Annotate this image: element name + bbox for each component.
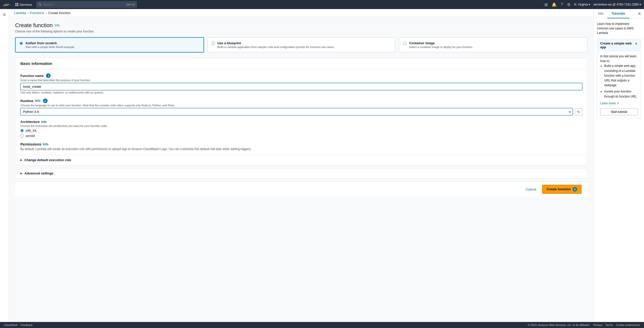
page-info-badge[interactable]: Info bbox=[55, 24, 60, 27]
tutorial-expand-button[interactable]: ▲ bbox=[635, 41, 638, 45]
architecture-x86-label: x86_64 bbox=[26, 129, 36, 132]
services-button[interactable]: Services bbox=[13, 2, 34, 8]
terms-link[interactable]: Terms bbox=[606, 323, 613, 326]
settings-icon-button[interactable]: ⚙ bbox=[567, 2, 571, 8]
architecture-label: Architecture Info bbox=[20, 120, 582, 124]
runtime-refresh-button[interactable]: ↻ bbox=[575, 108, 582, 115]
advanced-settings-header[interactable]: ▶ Advanced settings bbox=[15, 168, 587, 178]
tutorial-item-1: Build a simple web app, consisting of a … bbox=[604, 64, 638, 88]
apps-icon-button[interactable]: ⊞ bbox=[544, 2, 548, 8]
top-navigation: Services [Alt+S] ⊞ 🔔 ? ⚙ N. Virginia ▾ s… bbox=[0, 0, 644, 9]
option-author-from-scratch[interactable]: Author from scratch Start with a simple … bbox=[15, 37, 204, 53]
architecture-x86-option[interactable]: x86_64 bbox=[20, 129, 582, 132]
function-name-input[interactable] bbox=[20, 83, 582, 90]
svg-rect-0 bbox=[15, 3, 17, 4]
aws-logo bbox=[3, 2, 10, 7]
info-tab[interactable]: Info bbox=[594, 9, 608, 18]
privacy-link[interactable]: Privacy bbox=[593, 323, 602, 326]
architecture-radio-group: x86_64 arm64 bbox=[20, 129, 582, 138]
cancel-button[interactable]: Cancel bbox=[523, 186, 539, 193]
tutorial-card-header: Create a simple web app ▲ bbox=[597, 39, 641, 52]
cloudshell-button[interactable]: CloudShell bbox=[4, 323, 17, 326]
option-blueprint-text: Use a blueprint Build a Lambda applicati… bbox=[217, 41, 335, 49]
architecture-arm64-option[interactable]: arm64 bbox=[20, 134, 582, 138]
tutorial-card: Create a simple web app ▲ In this tutori… bbox=[597, 39, 641, 118]
search-bar[interactable]: [Alt+S] bbox=[36, 1, 137, 8]
architecture-x86-radio[interactable] bbox=[20, 129, 24, 132]
panel-tabs: Info Tutorials ✕ bbox=[594, 9, 644, 19]
breadcrumb-sep-1: › bbox=[27, 11, 28, 15]
basic-info-header: Basic information bbox=[15, 58, 587, 69]
action-bar: Cancel Create function 3 bbox=[15, 181, 588, 197]
tutorial-intro: In this tutorial you will learn how to: bbox=[600, 54, 638, 64]
page-subtitle: Choose one of the following options to c… bbox=[15, 30, 588, 33]
option-radio-blueprint[interactable] bbox=[212, 42, 215, 45]
option-radio-container[interactable] bbox=[403, 42, 407, 45]
runtime-field: Runtime Info 2 Choose the language to us… bbox=[20, 99, 582, 115]
create-function-button[interactable]: Create function 3 bbox=[542, 185, 582, 194]
runtime-select-wrap: Python 3.9 Python 3.10 Node.js 18.x Node… bbox=[20, 108, 573, 115]
runtime-select[interactable]: Python 3.9 Python 3.10 Node.js 18.x Node… bbox=[20, 108, 573, 115]
tutorial-item-2: Invoke your function through its functio… bbox=[604, 89, 638, 99]
sidebar-toggle-button[interactable]: ≡ bbox=[2, 11, 7, 18]
bottom-bar-right: © 2024, Amazon Web Services, Inc. or its… bbox=[528, 323, 640, 326]
panel-intro-text: Learn how to implement common use cases … bbox=[597, 22, 641, 35]
page-body: Create function Info Choose one of the f… bbox=[9, 17, 594, 202]
runtime-step-badge: 2 bbox=[43, 99, 48, 103]
option-blueprint-title: Use a blueprint bbox=[217, 41, 335, 45]
feedback-button[interactable]: Feedback bbox=[20, 323, 32, 326]
architecture-arm64-label: arm64 bbox=[26, 134, 35, 138]
learn-more-link[interactable]: Learn more ↗ bbox=[600, 101, 638, 106]
runtime-info-badge[interactable]: Info bbox=[35, 99, 41, 103]
option-radio-scratch[interactable] bbox=[20, 42, 23, 45]
permissions-desc: By default, Lambda will create an execut… bbox=[20, 147, 582, 151]
option-container-title: Container image bbox=[409, 41, 473, 45]
architecture-arm64-radio[interactable] bbox=[20, 134, 24, 137]
option-scratch-title: Author from scratch bbox=[25, 41, 75, 45]
svg-rect-2 bbox=[15, 5, 17, 6]
option-container-desc: Select a container image to deploy for y… bbox=[409, 45, 473, 49]
function-name-label: Function name 1 bbox=[20, 73, 582, 78]
bell-icon-button[interactable]: 🔔 bbox=[551, 2, 557, 8]
basic-info-card: Basic information Function name 1 Enter … bbox=[15, 58, 588, 165]
right-panel: Info Tutorials ✕ Learn how to implement … bbox=[594, 9, 644, 328]
option-container-image[interactable]: Container image Select a container image… bbox=[399, 37, 588, 53]
panel-close-button[interactable]: ✕ bbox=[635, 9, 644, 18]
permissions-info-badge[interactable]: Info bbox=[43, 143, 48, 146]
option-scratch-desc: Start with a simple Hello World example. bbox=[25, 45, 75, 49]
svg-rect-1 bbox=[17, 3, 18, 4]
search-input[interactable] bbox=[43, 3, 126, 6]
change-execution-role-label: Change default execution role bbox=[24, 158, 71, 162]
svg-point-4 bbox=[39, 3, 41, 5]
search-shortcut: [Alt+S] bbox=[126, 3, 135, 6]
start-tutorial-button[interactable]: Start tutorial bbox=[600, 108, 638, 115]
permissions-title: Permissions Info bbox=[20, 142, 582, 146]
account-info[interactable]: serverless-ws @ 4783-7191-2360 ▾ bbox=[593, 3, 641, 6]
region-selector[interactable]: N. Virginia ▾ bbox=[574, 3, 590, 6]
breadcrumb-lambda[interactable]: Lambda bbox=[14, 11, 26, 15]
option-cards: Author from scratch Start with a simple … bbox=[15, 37, 588, 53]
runtime-hint: Choose the language to use to write your… bbox=[20, 104, 582, 107]
option-container-text: Container image Select a container image… bbox=[409, 41, 473, 49]
advanced-settings-card: ▶ Advanced settings bbox=[15, 168, 588, 178]
function-name-hint: Enter a name that describes the purpose … bbox=[20, 79, 582, 82]
function-name-note: Use only letters, numbers, hyphens, or u… bbox=[20, 91, 582, 94]
breadcrumb-functions[interactable]: Functions bbox=[30, 11, 44, 15]
tutorial-card-body: In this tutorial you will learn how to: … bbox=[597, 52, 641, 118]
architecture-info-badge[interactable]: Info bbox=[41, 120, 47, 124]
change-execution-role-header[interactable]: ▶ Change default execution role bbox=[15, 155, 587, 165]
panel-body: Learn how to implement common use cases … bbox=[594, 19, 644, 328]
page-header: Create function Info bbox=[15, 22, 588, 29]
cookie-preferences-link[interactable]: Cookie preferences bbox=[616, 323, 640, 326]
help-icon-button[interactable]: ? bbox=[560, 2, 564, 7]
breadcrumb-current: Create function bbox=[48, 11, 70, 15]
runtime-row: Python 3.9 Python 3.10 Node.js 18.x Node… bbox=[20, 108, 582, 115]
option-use-blueprint[interactable]: Use a blueprint Build a Lambda applicati… bbox=[207, 37, 396, 53]
tutorials-tab[interactable]: Tutorials bbox=[608, 9, 629, 18]
page-title: Create function bbox=[15, 22, 53, 29]
main-content: Lambda › Functions › Create function Cre… bbox=[9, 9, 594, 328]
runtime-label: Runtime Info 2 bbox=[20, 99, 582, 103]
basic-info-body: Function name 1 Enter a name that descri… bbox=[15, 69, 587, 155]
svg-rect-3 bbox=[17, 5, 18, 6]
function-name-step-badge: 1 bbox=[46, 73, 51, 78]
